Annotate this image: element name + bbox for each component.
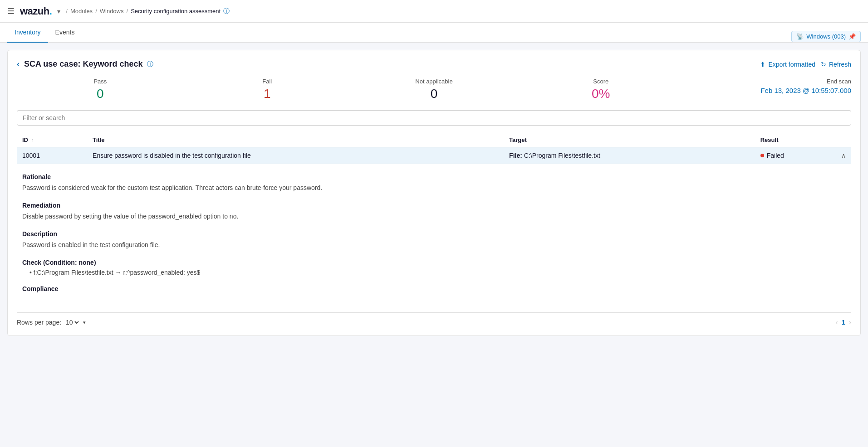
- stat-pass: Pass 0: [17, 78, 184, 101]
- stat-na-label: Not applicable: [351, 78, 518, 85]
- back-button[interactable]: ‹: [17, 59, 20, 69]
- description-title: Description: [22, 230, 846, 238]
- card-title: SCA use case: Keyword check: [24, 59, 142, 69]
- stat-pass-label: Pass: [17, 78, 184, 85]
- cell-target: File: C:\Program Files\testfile.txt: [504, 147, 755, 164]
- card-actions: ⬆ Export formatted ↻ Refresh: [760, 61, 851, 68]
- nav-chevron-icon[interactable]: ▾: [57, 8, 60, 15]
- card-header: ‹ SCA use case: Keyword check ⓘ ⬆ Export…: [17, 59, 851, 69]
- remediation-title: Remediation: [22, 202, 846, 209]
- remediation-text: Disable password by setting the value of…: [22, 212, 846, 221]
- stat-score: Score 0%: [517, 78, 684, 101]
- stat-fail-label: Fail: [184, 78, 351, 85]
- breadcrumb: / Modules / Windows / Security configura…: [66, 7, 230, 15]
- pagination: ‹ 1 ›: [836, 318, 851, 326]
- stat-fail: Fail 1: [184, 78, 351, 101]
- remediation-section: Remediation Disable password by setting …: [22, 202, 846, 221]
- main-card: ‹ SCA use case: Keyword check ⓘ ⬆ Export…: [7, 50, 861, 336]
- check-item: • f:C:\Program Files\testfile.txt → r:^p…: [29, 269, 846, 276]
- agent-badge-label: Windows (003): [806, 33, 846, 40]
- next-page-button[interactable]: ›: [849, 318, 851, 326]
- stat-endscan-value: Feb 13, 2023 @ 10:55:07.000: [684, 87, 851, 94]
- stat-fail-value: 1: [184, 87, 351, 101]
- rows-per-page: Rows per page: 10 25 50 ▾: [17, 318, 86, 326]
- check-title: Check (Condition: none): [22, 259, 846, 266]
- failed-dot-icon: [760, 154, 764, 157]
- compliance-section: Compliance: [22, 285, 846, 292]
- stat-endscan: End scan Feb 13, 2023 @ 10:55:07.000: [684, 78, 851, 101]
- tabbar: Inventory Events 📡 Windows (003) 📌: [0, 23, 868, 43]
- cell-result: Failed ∧: [755, 147, 851, 164]
- breadcrumb-modules[interactable]: Modules: [70, 8, 93, 15]
- cell-title: Ensure password is disabled in the test …: [87, 147, 504, 164]
- current-page: 1: [842, 319, 845, 326]
- title-info-icon[interactable]: ⓘ: [147, 60, 153, 68]
- refresh-button[interactable]: ↻ Refresh: [821, 61, 851, 68]
- detail-panel: Rationale Password is considered weak fo…: [17, 164, 851, 311]
- rationale-section: Rationale Password is considered weak fo…: [22, 173, 846, 193]
- tab-inventory[interactable]: Inventory: [7, 23, 48, 43]
- rationale-title: Rationale: [22, 173, 846, 180]
- stats-row: Pass 0 Fail 1 Not applicable 0 Score 0% …: [17, 78, 851, 101]
- logo: wazuh.: [20, 5, 52, 17]
- pin-icon: 📌: [848, 33, 856, 40]
- table-row[interactable]: 10001 Ensure password is disabled in the…: [17, 147, 851, 164]
- agent-signal-icon: 📡: [796, 33, 804, 40]
- col-header-title: Title: [87, 133, 504, 147]
- table-footer: Rows per page: 10 25 50 ▾ ‹ 1 ›: [17, 312, 851, 326]
- hamburger-menu[interactable]: ☰: [7, 6, 15, 16]
- prev-page-button[interactable]: ‹: [836, 318, 838, 326]
- topnav: ☰ wazuh. ▾ / Modules / Windows / Securit…: [0, 0, 868, 23]
- chevron-up-icon[interactable]: ∧: [841, 152, 846, 159]
- breadcrumb-info-icon[interactable]: ⓘ: [223, 7, 230, 15]
- tab-events[interactable]: Events: [48, 23, 82, 43]
- stat-score-value: 0%: [517, 87, 684, 101]
- stat-na: Not applicable 0: [351, 78, 518, 101]
- export-formatted-button[interactable]: ⬆ Export formatted: [760, 61, 815, 68]
- description-text: Password is enabled in the test configur…: [22, 240, 846, 250]
- check-section: Check (Condition: none) • f:C:\Program F…: [22, 259, 846, 276]
- agent-badge[interactable]: 📡 Windows (003) 📌: [791, 31, 861, 42]
- results-table: ID ↑ Title Target Result 10001 Ensure pa…: [17, 133, 851, 164]
- rows-per-page-select[interactable]: 10 25 50: [64, 318, 80, 326]
- stat-na-value: 0: [351, 87, 518, 101]
- rationale-text: Password is considered weak for the cust…: [22, 183, 846, 193]
- export-icon: ⬆: [760, 61, 765, 68]
- stat-score-label: Score: [517, 78, 684, 85]
- col-header-result: Result: [755, 133, 851, 147]
- cell-id: 10001: [17, 147, 87, 164]
- breadcrumb-current: Security configuration assessment: [131, 8, 221, 15]
- filter-input[interactable]: [17, 110, 851, 126]
- col-header-id[interactable]: ID ↑: [17, 133, 87, 147]
- card-title-row: ‹ SCA use case: Keyword check ⓘ: [17, 59, 153, 69]
- main-content: ‹ SCA use case: Keyword check ⓘ ⬆ Export…: [0, 43, 868, 343]
- description-section: Description Password is enabled in the t…: [22, 230, 846, 250]
- col-header-target: Target: [504, 133, 755, 147]
- rows-chevron-icon: ▾: [83, 320, 86, 326]
- stat-endscan-label: End scan: [684, 78, 851, 85]
- filter-row: [17, 110, 851, 126]
- stat-pass-value: 0: [17, 87, 184, 101]
- rows-per-page-label: Rows per page:: [17, 319, 61, 326]
- sort-icon: ↑: [32, 138, 34, 143]
- compliance-title: Compliance: [22, 285, 846, 292]
- refresh-icon: ↻: [821, 61, 826, 68]
- breadcrumb-windows[interactable]: Windows: [100, 8, 124, 15]
